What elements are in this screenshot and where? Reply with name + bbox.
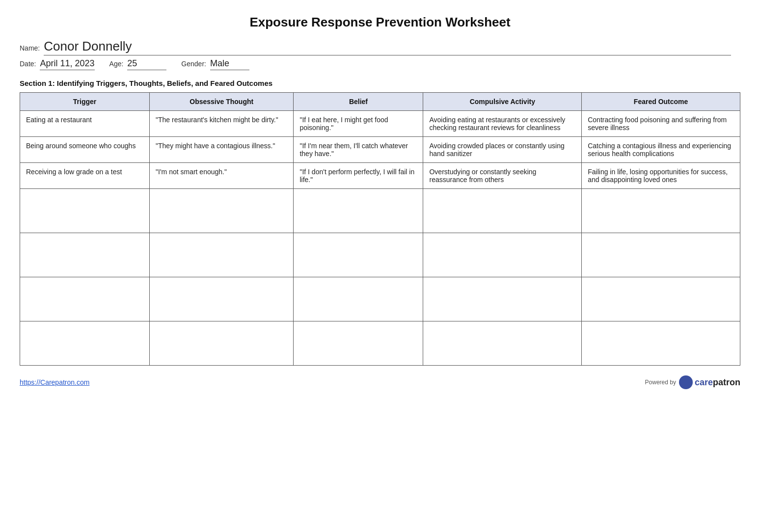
cell-trigger: Eating at a restaurant [20,111,150,137]
carepatron-text: carepatron [695,377,740,388]
empty-cell [150,233,294,277]
cell-feared: Catching a contagious illness and experi… [582,137,740,163]
table-header-row: Trigger Obsessive Thought Belief Compuls… [20,93,740,111]
empty-cell [423,189,582,233]
gender-value: Male [210,58,249,70]
col-header-belief: Belief [294,93,423,111]
empty-cell [294,233,423,277]
empty-row [20,233,740,277]
age-label: Age: [109,60,124,68]
gender-label: Gender: [181,60,206,68]
cell-obsessive: "The restaurant's kitchen might be dirty… [150,111,294,137]
table-row: Eating at a restaurant"The restaurant's … [20,111,740,137]
empty-cell [423,233,582,277]
cell-feared: Contracting food poisoning and suffering… [582,111,740,137]
page-title: Exposure Response Prevention Worksheet [20,15,740,30]
col-header-feared: Feared Outcome [582,93,740,111]
name-value: Conor Donnelly [44,39,731,55]
footer-right: Powered by carepatron [645,375,740,389]
footer-link[interactable]: https://Carepatron.com [20,378,89,386]
table-row: Receiving a low grade on a test"I'm not … [20,163,740,189]
cell-belief: "If I'm near them, I'll catch whatever t… [294,137,423,163]
cell-feared: Failing in life, losing opportunities fo… [582,163,740,189]
section1-title: Section 1: Identifying Triggers, Thought… [20,79,740,87]
empty-cell [582,277,740,321]
cell-belief: "If I don't perform perfectly, I will fa… [294,163,423,189]
carepatron-icon [679,375,693,389]
date-value: April 11, 2023 [40,58,94,70]
main-table: Trigger Obsessive Thought Belief Compuls… [20,92,740,366]
empty-row [20,189,740,233]
date-label: Date: [20,60,36,68]
empty-cell [294,189,423,233]
empty-cell [294,321,423,366]
age-value: 25 [127,58,166,70]
cell-compulsive: Avoiding eating at restaurants or excess… [423,111,582,137]
cell-trigger: Being around someone who coughs [20,137,150,163]
empty-cell [423,277,582,321]
name-label: Name: [20,44,40,52]
empty-cell [20,189,150,233]
empty-cell [150,321,294,366]
empty-cell [150,189,294,233]
empty-cell [582,321,740,366]
cell-belief: "If I eat here, I might get food poisoni… [294,111,423,137]
cell-compulsive: Overstudying or constantly seeking reass… [423,163,582,189]
cell-trigger: Receiving a low grade on a test [20,163,150,189]
empty-cell [20,321,150,366]
col-header-obsessive: Obsessive Thought [150,93,294,111]
table-row: Being around someone who coughs"They mig… [20,137,740,163]
col-header-trigger: Trigger [20,93,150,111]
powered-by-text: Powered by [645,379,676,386]
empty-cell [582,233,740,277]
empty-row [20,277,740,321]
footer: https://Carepatron.com Powered by carepa… [20,375,740,389]
cell-compulsive: Avoiding crowded places or constantly us… [423,137,582,163]
empty-cell [20,233,150,277]
cell-obsessive: "They might have a contagious illness." [150,137,294,163]
empty-cell [20,277,150,321]
empty-cell [294,277,423,321]
empty-cell [582,189,740,233]
empty-row [20,321,740,366]
empty-cell [150,277,294,321]
empty-cell [423,321,582,366]
col-header-compulsive: Compulsive Activity [423,93,582,111]
carepatron-logo: carepatron [679,375,740,389]
cell-obsessive: "I'm not smart enough." [150,163,294,189]
